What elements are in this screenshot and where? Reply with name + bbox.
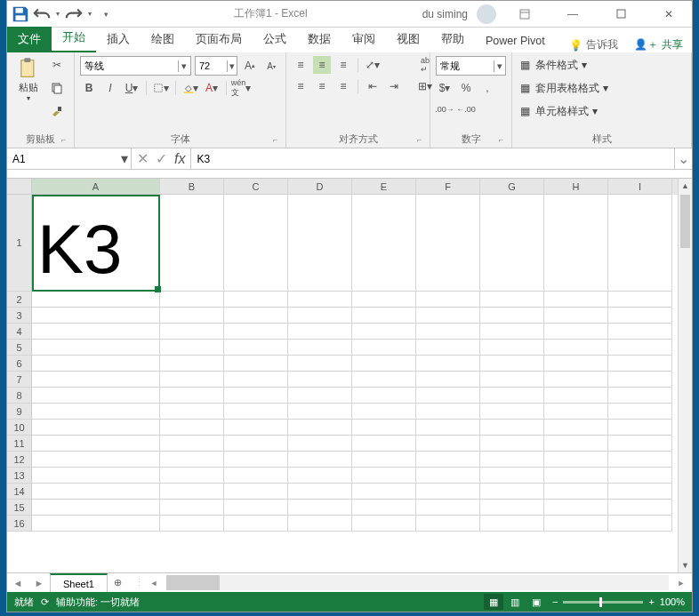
cell[interactable] [544, 516, 608, 532]
cell[interactable] [416, 292, 480, 308]
row-header[interactable]: 1 [7, 195, 32, 292]
row-header[interactable]: 5 [7, 340, 32, 356]
cell[interactable] [224, 388, 288, 404]
cell[interactable] [288, 356, 352, 372]
cell[interactable] [288, 468, 352, 484]
qat-customize-icon[interactable]: ▾ [96, 4, 116, 24]
cell[interactable] [480, 420, 544, 436]
cell[interactable] [32, 484, 160, 500]
cell[interactable] [32, 372, 160, 388]
cell[interactable] [224, 372, 288, 388]
cell[interactable] [32, 452, 160, 468]
row-header[interactable]: 13 [7, 468, 32, 484]
close-button[interactable]: ✕ [649, 2, 688, 27]
cell[interactable] [480, 372, 544, 388]
user-name[interactable]: du siming [422, 8, 468, 20]
cell[interactable] [608, 404, 672, 420]
cell[interactable] [352, 404, 416, 420]
align-middle-icon[interactable]: ≡ [313, 56, 331, 74]
cell[interactable] [480, 195, 544, 292]
column-header[interactable]: H [544, 179, 608, 195]
expand-formula-bar-icon[interactable]: ⌄ [674, 148, 692, 169]
cell[interactable] [480, 404, 544, 420]
formula-input[interactable] [191, 153, 674, 165]
name-box[interactable]: ▾ [7, 148, 132, 169]
cell[interactable] [224, 420, 288, 436]
zoom-slider[interactable] [563, 601, 643, 604]
cell[interactable] [288, 500, 352, 516]
tab-home[interactable]: 开始 [52, 25, 96, 52]
cell[interactable] [544, 420, 608, 436]
font-name-input[interactable] [81, 60, 178, 71]
cell[interactable] [288, 388, 352, 404]
accounting-format-icon[interactable]: $▾ [436, 79, 454, 97]
cell[interactable] [416, 516, 480, 532]
select-all-button[interactable] [7, 179, 32, 195]
cell[interactable] [224, 340, 288, 356]
cell[interactable] [32, 340, 160, 356]
cell[interactable] [608, 356, 672, 372]
align-right-icon[interactable]: ≡ [334, 77, 352, 95]
cell[interactable] [160, 388, 224, 404]
undo-icon[interactable] [32, 4, 52, 24]
cell[interactable] [32, 404, 160, 420]
align-bottom-icon[interactable]: ≡ [334, 56, 352, 74]
borders-icon[interactable]: ▾ [152, 79, 170, 97]
cell[interactable] [416, 372, 480, 388]
cell[interactable] [160, 340, 224, 356]
cell[interactable] [160, 372, 224, 388]
row-header[interactable]: 6 [7, 356, 32, 372]
row-header[interactable]: 9 [7, 404, 32, 420]
sheet-nav-next-icon[interactable]: ► [28, 573, 50, 592]
tab-review[interactable]: 审阅 [341, 27, 386, 52]
cell[interactable] [32, 516, 160, 532]
maximize-button[interactable] [601, 2, 640, 27]
cell[interactable] [32, 292, 160, 308]
accessibility-icon[interactable]: ⟳ [41, 596, 49, 608]
chevron-down-icon[interactable]: ▾ [85, 4, 94, 24]
chevron-down-icon[interactable]: ▾ [118, 150, 131, 167]
cell[interactable] [352, 308, 416, 324]
cell[interactable] [352, 388, 416, 404]
cell[interactable] [224, 452, 288, 468]
row-header[interactable]: 15 [7, 500, 32, 516]
number-format-input[interactable] [437, 60, 494, 71]
cell[interactable] [544, 292, 608, 308]
cell[interactable] [288, 372, 352, 388]
align-left-icon[interactable]: ≡ [292, 77, 309, 95]
cell[interactable] [608, 500, 672, 516]
row-header[interactable]: 3 [7, 308, 32, 324]
orientation-icon[interactable]: ⤢▾ [364, 56, 382, 74]
cell[interactable] [352, 516, 416, 532]
cell[interactable] [160, 292, 224, 308]
share-button[interactable]: 👤＋共享 [625, 37, 692, 52]
cell[interactable] [608, 340, 672, 356]
cancel-icon[interactable]: ✕ [137, 150, 149, 167]
cell[interactable] [160, 308, 224, 324]
cell[interactable] [352, 436, 416, 452]
dialog-launcher-icon[interactable]: ⌐ [61, 135, 72, 146]
cell[interactable] [544, 195, 608, 292]
cell[interactable] [32, 420, 160, 436]
cell[interactable] [288, 420, 352, 436]
cell[interactable] [352, 356, 416, 372]
cell[interactable] [160, 324, 224, 340]
paste-button[interactable]: 粘贴 ▾ [12, 56, 44, 131]
column-header[interactable]: G [480, 179, 544, 195]
cell[interactable] [480, 388, 544, 404]
cell[interactable] [352, 372, 416, 388]
format-table-button[interactable]: ▦套用表格格式 ▾ [518, 79, 686, 97]
hscroll-left-icon[interactable]: ◄ [143, 573, 165, 592]
cell[interactable] [224, 468, 288, 484]
row-header[interactable]: 12 [7, 452, 32, 468]
cell[interactable] [416, 356, 480, 372]
cell[interactable] [480, 308, 544, 324]
chevron-down-icon[interactable]: ▾ [227, 60, 237, 72]
row-header[interactable]: 4 [7, 324, 32, 340]
dialog-launcher-icon[interactable]: ⌐ [499, 135, 510, 146]
row-header[interactable]: 7 [7, 372, 32, 388]
cell[interactable] [544, 452, 608, 468]
cell[interactable] [160, 356, 224, 372]
chevron-down-icon[interactable]: ▾ [494, 60, 505, 72]
zoom-in-button[interactable]: + [648, 596, 654, 607]
